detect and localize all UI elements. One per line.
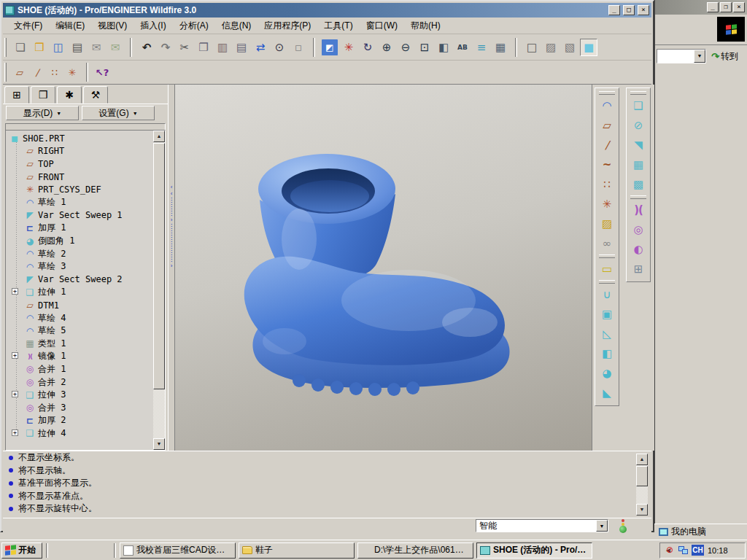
tree-item[interactable]: + )( 镜像 1 <box>6 350 152 363</box>
task-button[interactable]: 鞋子 <box>239 542 355 559</box>
tree-item[interactable]: + ◠ 草绘 2 <box>6 247 152 260</box>
media-player-quicklaunch-icon[interactable] <box>96 543 110 558</box>
blend-tool-button[interactable]: ▦ <box>629 155 648 174</box>
tree-item[interactable]: + ▱ FRONT <box>6 171 152 184</box>
regenerate-button[interactable]: ⇄ <box>252 39 269 56</box>
paste-special-button[interactable]: ▤ <box>233 39 250 56</box>
browser-close-button[interactable]: × <box>733 2 745 12</box>
language-indicator[interactable]: CH <box>692 545 704 556</box>
wireframe-button[interactable]: □ <box>523 39 541 56</box>
extrude-tool-button[interactable]: ❑ <box>629 96 648 115</box>
datum-plane-toggle-button[interactable]: ▱ <box>12 64 28 80</box>
menu-item[interactable]: 信息(N) <box>215 18 258 34</box>
trim-tool-button[interactable]: ◐ <box>629 240 648 259</box>
draft-tool-button[interactable]: ◺ <box>597 324 616 343</box>
find-button[interactable]: ⊙ <box>271 39 288 56</box>
clock[interactable]: 10:18 <box>708 546 728 555</box>
csys-tool-button[interactable]: ✳ <box>597 195 616 214</box>
task-button[interactable]: D:\学生上交作品\061数... <box>357 542 473 559</box>
shell-tool-button[interactable]: ▣ <box>597 305 616 324</box>
tree-scrollbar[interactable]: ▲ ▼ <box>153 131 165 450</box>
spin-center-button[interactable]: ✳ <box>340 39 357 56</box>
message-scrollbar[interactable]: ▲ ▼ <box>636 454 648 516</box>
browser-minimize-button[interactable]: _ <box>707 2 719 12</box>
tree-item[interactable]: + ◎ 合并 2 <box>6 376 152 389</box>
context-help-button[interactable]: ↖? <box>94 64 110 80</box>
show-desktop-quicklaunch-icon[interactable] <box>66 543 81 558</box>
start-button[interactable]: 开始 <box>1 542 42 559</box>
datum-axis-toggle-button[interactable]: ∕ <box>29 64 45 80</box>
tree-item[interactable]: + ◼ SHOE.PRT <box>6 132 152 145</box>
open-button[interactable]: ❒ <box>31 39 48 56</box>
favorites-tab[interactable]: ✱ <box>57 86 82 104</box>
shaded-button[interactable]: ■ <box>580 39 597 56</box>
maximize-button[interactable]: □ <box>623 5 635 15</box>
task-button[interactable]: 我校首届三维CAD设计... <box>120 542 236 559</box>
hole-tool-button[interactable]: ∪ <box>597 285 616 304</box>
undo-button[interactable]: ↶ <box>138 39 155 56</box>
datum-axis-tool-button[interactable]: ∕ <box>597 136 616 155</box>
send-link-button[interactable]: ✉ <box>107 39 124 56</box>
sketch-tool-button[interactable]: ◠ <box>597 96 616 115</box>
proe-titlebar[interactable]: SHOE (活动的) - Pro/ENGINEER Wildfire 3.0 _… <box>3 3 651 18</box>
tree-item[interactable]: + ◠ 草绘 5 <box>6 324 152 338</box>
tree-item[interactable]: + ◠ 草绘 1 <box>6 196 152 209</box>
scrollbar-thumb[interactable] <box>153 143 165 389</box>
expand-icon[interactable]: + <box>12 352 18 359</box>
cut-button[interactable]: ✂ <box>176 39 193 56</box>
hidden-line-button[interactable]: ▨ <box>542 39 560 56</box>
connections-tab[interactable]: ⚒ <box>83 86 108 104</box>
datum-plane-tool-button[interactable]: ▱ <box>597 116 616 135</box>
expand-icon[interactable]: + <box>12 391 18 397</box>
revolve-tool-button[interactable]: ⊘ <box>629 116 648 135</box>
graphics-viewport[interactable] <box>175 85 592 451</box>
minimize-button[interactable]: _ <box>608 5 620 15</box>
menu-item[interactable]: 编辑(E) <box>49 18 91 34</box>
style-tool-button[interactable]: ▩ <box>629 175 648 194</box>
paste-button[interactable]: ▥ <box>214 39 231 56</box>
tree-item[interactable]: + ◠ 草绘 3 <box>6 260 152 273</box>
selection-filter-combo[interactable]: 智能 ▼ <box>476 519 608 532</box>
print-button[interactable]: ▤ <box>69 39 86 56</box>
address-input[interactable] <box>657 50 694 63</box>
tree-item[interactable]: + ❑ 拉伸 4 <box>6 427 152 440</box>
show-dropdown[interactable]: 显示(D)▼ <box>6 106 79 120</box>
chamfer-tool-button[interactable]: ◣ <box>597 384 616 402</box>
view-manager-button[interactable]: ▦ <box>492 39 509 56</box>
address-combo[interactable]: ▼ <box>657 49 706 63</box>
tree-item[interactable]: + ◤ Var Sect Sweep 1 <box>6 209 152 222</box>
pattern-tool-button[interactable]: ⊞ <box>629 260 648 279</box>
tree-item[interactable]: + ▱ TOP <box>6 158 152 171</box>
csys-toggle-button[interactable]: ✳ <box>64 64 80 80</box>
tree-item[interactable]: + ❑ 拉伸 1 <box>6 286 152 299</box>
scroll-up-icon[interactable]: ▲ <box>153 131 165 142</box>
new-button[interactable]: ❏ <box>12 39 29 56</box>
tree-item[interactable]: + ◤ Var Sect Sweep 2 <box>6 273 152 287</box>
redo-button[interactable]: ↷ <box>157 39 174 56</box>
layers-button[interactable]: ≡ <box>473 39 490 56</box>
scrollbar-thumb[interactable] <box>636 466 648 486</box>
address-dropdown-button[interactable]: ▼ <box>694 50 705 63</box>
mute-icon[interactable]: ◄⊘ <box>665 545 675 556</box>
mirror-tool-button[interactable]: )( <box>629 201 648 219</box>
offset-tool-button[interactable]: ◧ <box>597 344 616 363</box>
tree-item[interactable]: + ❑ 拉伸 3 <box>6 389 152 402</box>
zoom-in-button[interactable]: ⊕ <box>378 39 395 56</box>
copy-button[interactable]: ❐ <box>195 39 212 56</box>
browser-restore-button[interactable]: ❐ <box>720 2 732 12</box>
refit-button[interactable]: ⊡ <box>416 39 433 56</box>
zoom-out-button[interactable]: ⊖ <box>397 39 414 56</box>
tree-item[interactable]: + ▱ RIGHT <box>6 145 152 158</box>
go-button[interactable]: ↷ 转到 <box>709 48 740 64</box>
outlook-quicklaunch-icon[interactable] <box>81 543 96 558</box>
model-tree-tab[interactable]: ⊞ <box>4 86 29 104</box>
menu-item[interactable]: 窗口(W) <box>360 18 404 34</box>
tree-item[interactable]: + ◎ 合并 3 <box>6 401 152 414</box>
ie-quicklaunch-icon[interactable] <box>52 543 66 558</box>
chevron-down-icon[interactable]: ▼ <box>596 520 608 532</box>
curve-tool-button[interactable]: ~ <box>597 155 616 174</box>
menu-item[interactable]: 帮助(H) <box>404 18 447 34</box>
datum-point-tool-button[interactable]: ∷ <box>597 175 616 194</box>
shoe-model[interactable] <box>175 85 592 451</box>
saved-views-button[interactable]: AB <box>454 39 471 56</box>
